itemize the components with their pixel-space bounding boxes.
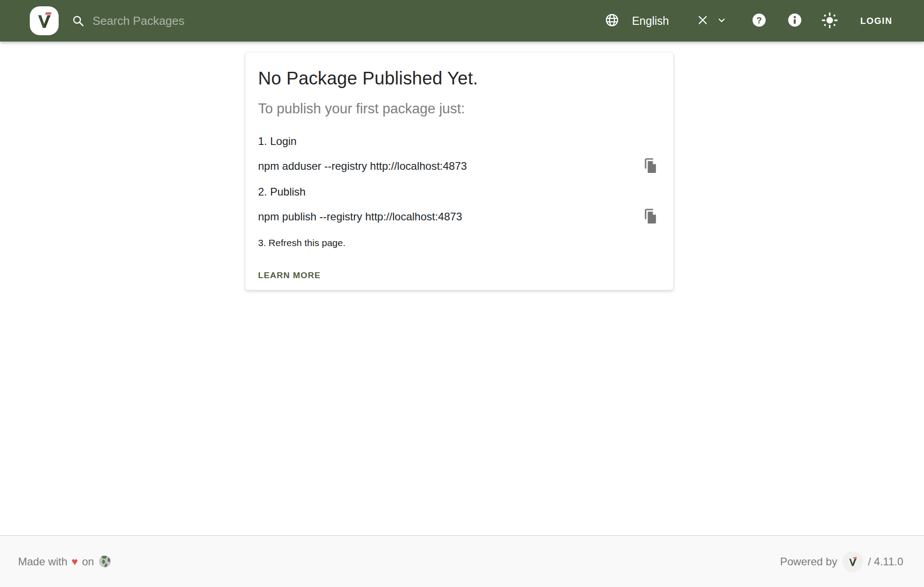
footer-made-with: Made with ♥ on [18, 554, 112, 568]
close-icon [696, 14, 709, 28]
info-button[interactable] [787, 12, 803, 29]
verdaccio-logo-icon [32, 8, 57, 34]
publish-command-text: npm publish --registry http://localhost:… [258, 210, 462, 223]
made-with-label: Made with [18, 555, 67, 568]
step-login-label: 1. Login [258, 135, 661, 148]
copy-adduser-command-button[interactable] [641, 156, 661, 177]
card-subtitle: To publish your first package just: [258, 100, 661, 117]
footer-powered-by: Powered by / 4.11.0 [780, 551, 903, 572]
theme-brightness-button[interactable] [821, 11, 839, 31]
learn-more-button[interactable]: LEARN MORE [254, 266, 325, 284]
adduser-command-text: npm adduser --registry http://localhost:… [258, 160, 467, 172]
login-button[interactable]: LOGIN [859, 11, 893, 31]
header-actions: English ? [605, 11, 893, 31]
copy-icon [642, 208, 659, 226]
language-expand-button[interactable] [716, 14, 728, 28]
search-input[interactable] [92, 14, 345, 28]
chevron-down-icon [716, 14, 728, 28]
on-label: on [82, 555, 94, 568]
sun-icon [821, 11, 839, 31]
earth-icon [98, 554, 112, 568]
language-clear-button[interactable] [696, 14, 709, 28]
powered-by-label: Powered by [780, 555, 837, 568]
copy-icon [642, 157, 659, 176]
adduser-command-row: npm adduser --registry http://localhost:… [258, 156, 661, 176]
heart-icon: ♥ [71, 555, 78, 568]
language-selected-label[interactable]: English [632, 14, 669, 28]
search-icon [71, 14, 85, 28]
info-icon [787, 12, 803, 29]
publish-command-row: npm publish --registry http://localhost:… [258, 207, 661, 227]
verdaccio-logo-button[interactable] [30, 6, 59, 35]
step-refresh-label: 3. Refresh this page. [258, 237, 661, 249]
app-header: English ? [0, 0, 924, 42]
help-button[interactable]: ? [751, 12, 767, 29]
copy-publish-command-button[interactable] [641, 206, 661, 228]
svg-text:?: ? [756, 15, 762, 25]
app-footer: Made with ♥ on Powered by / 4.11.0 [0, 535, 924, 587]
no-package-card: No Package Published Yet. To publish you… [245, 52, 674, 290]
search-bar [71, 14, 345, 28]
card-title: No Package Published Yet. [258, 67, 661, 89]
globe-icon [605, 13, 619, 29]
verdaccio-footer-logo [842, 551, 863, 572]
step-publish-label: 2. Publish [258, 185, 661, 199]
verdaccio-logo-icon [845, 554, 860, 569]
language-globe-button[interactable] [605, 13, 619, 29]
version-label: / 4.11.0 [868, 555, 903, 568]
help-icon: ? [751, 12, 767, 29]
